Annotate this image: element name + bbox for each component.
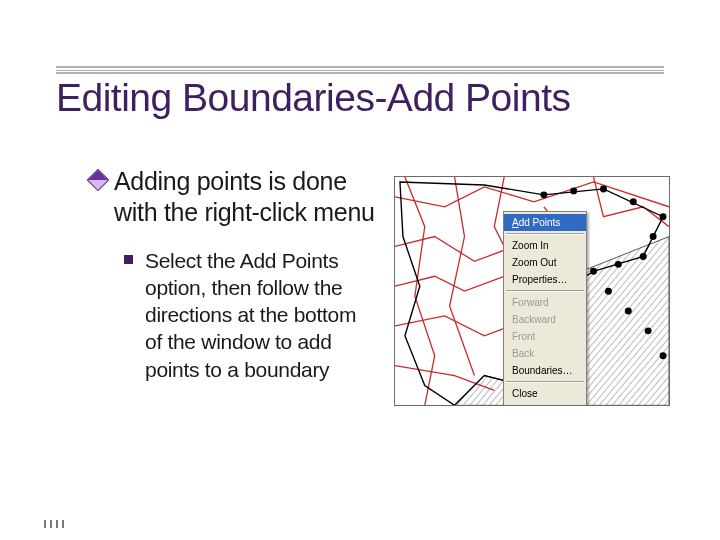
menu-item-properties[interactable]: Properties… (504, 271, 586, 288)
content-area: Adding points is done with the right-cli… (90, 166, 376, 383)
bullet-level2: Select the Add Points option, then follo… (124, 247, 376, 383)
svg-point-11 (590, 268, 597, 275)
bullet-text: Adding points is done with the right-cli… (114, 166, 376, 229)
svg-point-9 (640, 253, 647, 260)
menu-item-zoom-in[interactable]: Zoom In (504, 237, 586, 254)
svg-point-13 (625, 308, 632, 315)
svg-point-7 (660, 213, 667, 220)
slide: Editing Boundaries-Add Points Adding poi… (0, 0, 720, 540)
title-rule (56, 66, 664, 74)
svg-point-15 (660, 352, 667, 359)
menu-item-boundaries[interactable]: Boundaries… (504, 362, 586, 379)
context-menu: Add Points Zoom In Zoom Out Properties… … (503, 211, 587, 406)
menu-separator (506, 290, 584, 292)
svg-point-3 (540, 191, 547, 198)
menu-item-close[interactable]: Close (504, 385, 586, 402)
square-bullet-icon (124, 255, 133, 264)
diamond-bullet-icon (87, 169, 110, 192)
svg-point-4 (570, 187, 577, 194)
menu-separator (506, 233, 584, 235)
menu-label: dd Points (519, 217, 561, 228)
bullet-level1: Adding points is done with the right-cli… (90, 166, 376, 229)
menu-item-backward[interactable]: Backward (504, 311, 586, 328)
svg-point-6 (630, 198, 637, 205)
menu-separator (506, 381, 584, 383)
sub-bullet-list: Select the Add Points option, then follo… (124, 247, 376, 383)
menu-mnemonic: A (512, 217, 519, 228)
menu-item-back[interactable]: Back (504, 345, 586, 362)
menu-item-save[interactable]: Save (504, 402, 586, 406)
svg-point-10 (615, 261, 622, 268)
map-screenshot: Add Points Zoom In Zoom Out Properties… … (394, 176, 670, 406)
svg-point-14 (645, 327, 652, 334)
menu-item-add-points[interactable]: Add Points (504, 214, 586, 231)
svg-point-5 (600, 185, 607, 192)
slide-title: Editing Boundaries-Add Points (56, 76, 666, 120)
menu-item-front[interactable]: Front (504, 328, 586, 345)
sub-bullet-text: Select the Add Points option, then follo… (145, 247, 376, 383)
svg-point-8 (650, 233, 657, 240)
menu-item-forward[interactable]: Forward (504, 294, 586, 311)
title-block: Editing Boundaries-Add Points (56, 76, 666, 120)
footer-tick-icon (44, 514, 84, 526)
svg-point-12 (605, 288, 612, 295)
menu-item-zoom-out[interactable]: Zoom Out (504, 254, 586, 271)
